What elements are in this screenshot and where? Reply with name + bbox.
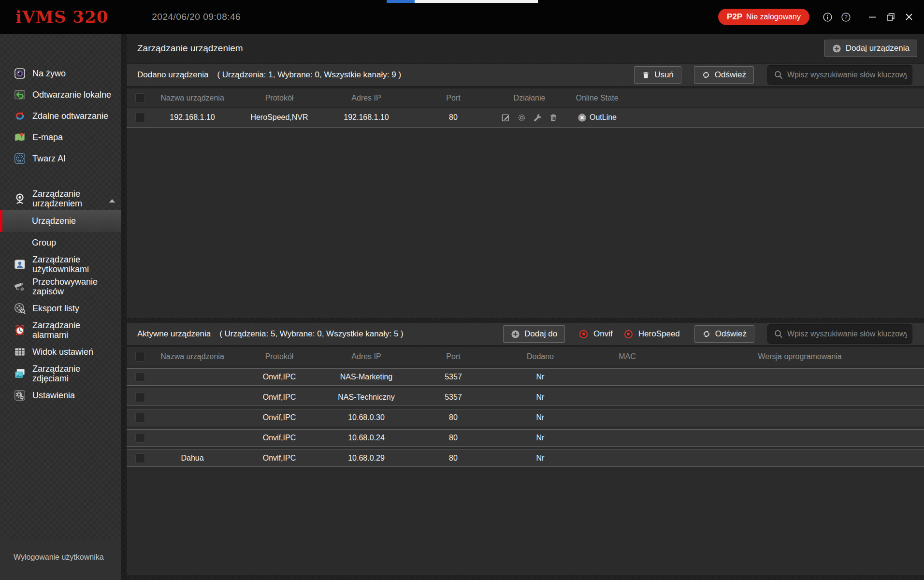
add-device-button[interactable]: Dodaj urządzenia [824,40,917,57]
col-mac: MAC [579,347,676,366]
edit-icon[interactable] [502,113,510,122]
cell-firmware [676,450,924,466]
sidebar-item-label: Zarządzanie alarmami [32,320,117,340]
row-checkbox[interactable] [135,413,145,422]
sidebar-item-export-list[interactable]: Eksport listy [0,298,121,319]
device-management-icon [14,192,26,205]
restore-button[interactable] [885,12,896,22]
delete-button[interactable]: Usuń [634,66,681,84]
export-list-icon [14,302,26,315]
sidebar-item-device-management[interactable]: Zarządzanie urządzeniem [0,188,121,210]
sidebar-item-label: Urządzenie [32,216,76,226]
sidebar-item-user-management[interactable]: Zarządzanie użytkownikami [0,253,121,276]
search-icon [774,70,783,80]
sidebar-item-remote-playback[interactable]: Zdalne odtwarzanie [0,105,121,127]
cell-port: 80 [405,430,502,446]
emap-icon [14,131,26,144]
logout-link[interactable]: Wylogowanie użytkownika [0,540,121,562]
minimize-button[interactable] [867,12,878,22]
row-checkbox[interactable] [135,392,145,402]
active-devices-toolbar: Aktywne urządzenia ( Urządzenia: 5, Wybr… [127,323,924,345]
refresh-active-button[interactable]: Odśwież [694,325,754,343]
sidebar-item-label: Eksport listy [32,304,79,314]
sidebar-item-alarm-management[interactable]: Zarządzanie alarmami [0,319,121,341]
active-table-header: Nazwa urządzenia Protokół Adres IP Port … [127,347,924,366]
select-all-checkbox[interactable] [135,352,145,362]
sidebar-item-label: Zarządzanie zdjęciami [32,364,117,383]
cell-port: 80 [405,108,502,127]
delete-label: Usuń [654,70,674,80]
cell-name: Dahua [154,450,231,466]
active-device-row[interactable]: Onvif,IPC 10.68.0.24 80 Nr [127,429,924,447]
search-icon [774,329,783,339]
onvif-radio[interactable]: Onvif [579,329,613,339]
cell-name: 192.168.1.10 [154,108,231,127]
added-device-row[interactable]: 192.168.1.10 HeroSpeed,NVR 192.168.1.10 … [127,108,924,128]
sidebar-item-emap[interactable]: E-mapa [0,127,121,148]
active-search-input[interactable] [783,325,912,343]
help-icon[interactable]: ? [840,12,851,22]
sidebar-item-settings[interactable]: Ustawienia [0,385,121,406]
cell-name [154,389,231,406]
row-checkbox[interactable] [135,372,145,382]
select-all-checkbox[interactable] [135,93,145,103]
active-device-row[interactable]: Onvif,IPC NAS-Techniczny 5357 Nr [127,389,924,406]
active-devices-table: Nazwa urządzenia Protokół Adres IP Port … [127,347,924,575]
sidebar: Na żywo Odtwarzanie lokalne Zdalne odtwa… [0,34,121,580]
main-content: Zarządzanie urządzeniem Dodaj urządzenia… [127,34,924,580]
cell-name [154,369,231,385]
cell-added: Nr [502,409,579,426]
p2p-label: P2P [727,12,742,22]
cell-port: 80 [405,409,502,426]
sidebar-item-view-settings[interactable]: Widok ustawień [0,341,121,362]
sidebar-item-device[interactable]: Urządzenie [0,210,121,232]
status-text: OutLine [590,113,617,122]
info-icon[interactable] [822,12,833,22]
active-device-row[interactable]: Onvif,IPC NAS-Marketing 5357 Nr [127,368,924,386]
plus-circle-icon [511,330,520,339]
refresh-label: Odśwież [715,70,746,80]
user-management-icon [14,258,26,271]
wrench-icon[interactable] [533,113,542,122]
cell-mac [579,450,676,466]
active-device-row[interactable]: Dahua Onvif,IPC 10.68.0.29 80 Nr [127,450,924,467]
sidebar-footer: Wylogowanie użytkownika [0,540,121,580]
gear-icon[interactable] [517,113,526,122]
sidebar-item-face-ai[interactable]: Twarz AI [0,148,121,169]
sidebar-item-picture-management[interactable]: Zarządzanie zdjęciami [0,362,121,385]
sidebar-item-live-view[interactable]: Na żywo [0,63,121,84]
cell-ip: 10.68.0.24 [328,430,405,446]
add-to-button[interactable]: Dodaj do [503,325,565,343]
trash-icon[interactable] [549,113,558,122]
sidebar-item-label: Zdalne odtwarzanie [32,111,108,121]
cell-ip: NAS-Marketing [328,369,405,385]
herospeed-radio[interactable]: HeroSpeed [624,329,680,339]
cell-firmware [676,409,924,426]
p2p-status: Nie zalogowany [746,13,801,21]
sidebar-item-group[interactable]: Group [0,232,121,253]
window-top-strip [415,0,538,3]
cell-added: Nr [502,389,579,406]
row-checkbox[interactable] [135,453,145,463]
close-button[interactable] [904,12,914,22]
cell-added: Nr [502,369,579,385]
cell-port: 80 [405,450,502,466]
cell-port: 5357 [405,369,502,385]
sidebar-item-local-playback[interactable]: Odtwarzanie lokalne [0,84,121,105]
refresh-added-button[interactable]: Odśwież [694,66,754,84]
row-checkbox[interactable] [135,433,145,443]
p2p-login-button[interactable]: P2P Nie zalogowany [718,9,809,25]
active-device-row[interactable]: Onvif,IPC 10.68.0.30 80 Nr [127,409,924,426]
sidebar-item-record-storage[interactable]: Przechowywanie zapisów [0,276,121,298]
page-header: Zarządzanie urządzeniem Dodaj urządzenia [127,34,924,63]
onvif-label: Onvif [593,329,613,339]
col-port: Port [405,88,502,107]
window-top-strip-blue [387,0,415,3]
added-search-input[interactable] [783,66,912,84]
row-checkbox[interactable] [135,113,145,122]
cell-mac [579,430,676,446]
radio-icon [579,330,588,338]
alarm-management-icon [14,324,26,336]
sidebar-item-label: E-mapa [32,132,63,143]
picture-management-icon [14,367,26,380]
